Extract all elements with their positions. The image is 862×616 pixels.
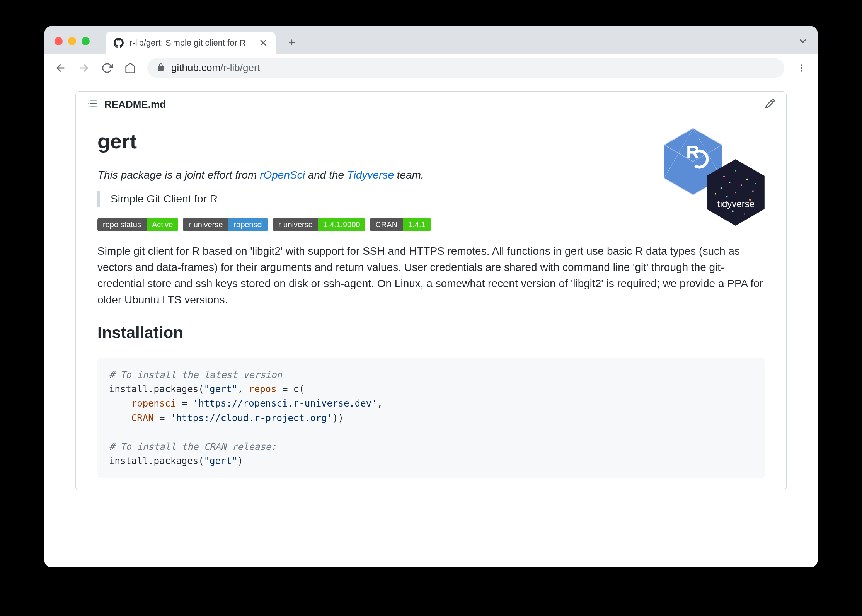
tidyverse-hex-logo [707, 159, 765, 226]
svg-point-15 [723, 176, 725, 177]
badge-value: Active [147, 218, 178, 231]
svg-point-17 [746, 179, 748, 180]
project-logos: R tidyverse [664, 128, 765, 237]
browser-window: r-lib/gert: Simple git client for R ✕ + … [44, 26, 818, 567]
page-content: README.md R [44, 82, 818, 567]
badge[interactable]: repo statusActive [97, 218, 178, 231]
tidyverse-logo-label: tidyverse [709, 199, 763, 209]
close-window-button[interactable] [55, 37, 63, 45]
badge-label: r-universe [273, 218, 318, 231]
minimize-window-button[interactable] [68, 37, 76, 45]
badge-value: 1.4.1 [403, 218, 431, 231]
package-description: Simple git client for R based on 'libgit… [97, 243, 765, 308]
readme-filename[interactable]: README.md [104, 99, 166, 111]
badge-value: ropensci [228, 218, 268, 231]
back-button[interactable] [51, 59, 70, 77]
ropensci-link[interactable]: rOpenSci [260, 169, 305, 181]
badge-label: repo status [97, 218, 147, 231]
svg-point-19 [741, 184, 743, 186]
url-text: github.com/r-lib/gert [171, 62, 260, 74]
badge[interactable]: r-universe1.4.1.9000 [273, 218, 365, 231]
tab-title: r-lib/gert: Simple git client for R [129, 38, 253, 48]
svg-point-25 [732, 210, 733, 212]
window-controls [55, 37, 90, 45]
forward-button[interactable] [75, 59, 93, 77]
installation-heading: Installation [97, 323, 765, 347]
address-bar: github.com/r-lib/gert [44, 54, 818, 82]
install-code-block: # To install the latest version install.… [97, 358, 765, 478]
badge[interactable]: CRAN1.4.1 [370, 218, 431, 231]
svg-point-16 [735, 170, 736, 172]
svg-point-21 [726, 196, 727, 197]
readme-header: README.md [76, 92, 786, 117]
lock-icon [157, 63, 165, 73]
svg-point-18 [721, 187, 722, 189]
svg-point-28 [755, 183, 756, 184]
svg-point-26 [744, 213, 745, 215]
tab-bar: r-lib/gert: Simple git client for R ✕ + [44, 26, 818, 54]
readme-title: gert [97, 129, 639, 158]
svg-point-3 [801, 67, 802, 68]
readme-card: README.md R [75, 91, 787, 490]
badge-label: CRAN [370, 218, 403, 231]
url-field[interactable]: github.com/r-lib/gert [147, 58, 784, 78]
tidyverse-link[interactable]: Tidyverse [347, 169, 394, 181]
svg-point-30 [735, 192, 736, 193]
svg-point-4 [801, 70, 802, 71]
toc-icon[interactable] [87, 98, 98, 111]
svg-point-2 [801, 64, 802, 66]
close-tab-button[interactable]: ✕ [259, 37, 268, 49]
github-favicon [113, 37, 124, 48]
tabs-dropdown-button[interactable] [797, 36, 808, 48]
svg-point-20 [752, 190, 754, 192]
reload-button[interactable] [98, 59, 116, 77]
browser-tab[interactable]: r-lib/gert: Simple git client for R ✕ [106, 32, 276, 54]
svg-point-29 [715, 193, 716, 195]
badge-value: 1.4.1.9000 [318, 218, 366, 231]
maximize-window-button[interactable] [82, 37, 90, 45]
browser-menu-button[interactable] [792, 59, 811, 77]
readme-body: R tidyverse [76, 117, 786, 490]
badge[interactable]: r-universeropensci [183, 218, 268, 231]
home-button[interactable] [121, 59, 140, 77]
svg-point-27 [729, 182, 731, 183]
edit-button[interactable] [765, 98, 775, 111]
badge-label: r-universe [183, 218, 228, 231]
new-tab-button[interactable]: + [283, 33, 301, 52]
